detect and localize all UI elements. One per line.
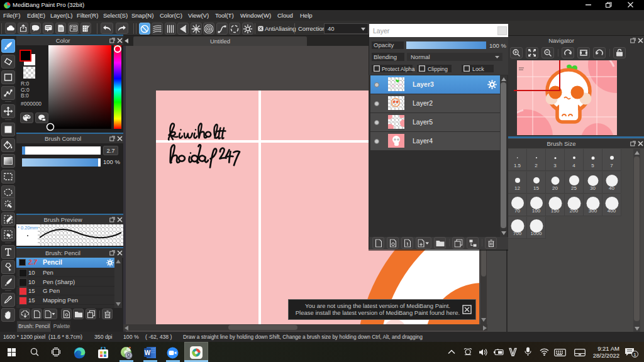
svg-text:W: W xyxy=(145,349,151,356)
